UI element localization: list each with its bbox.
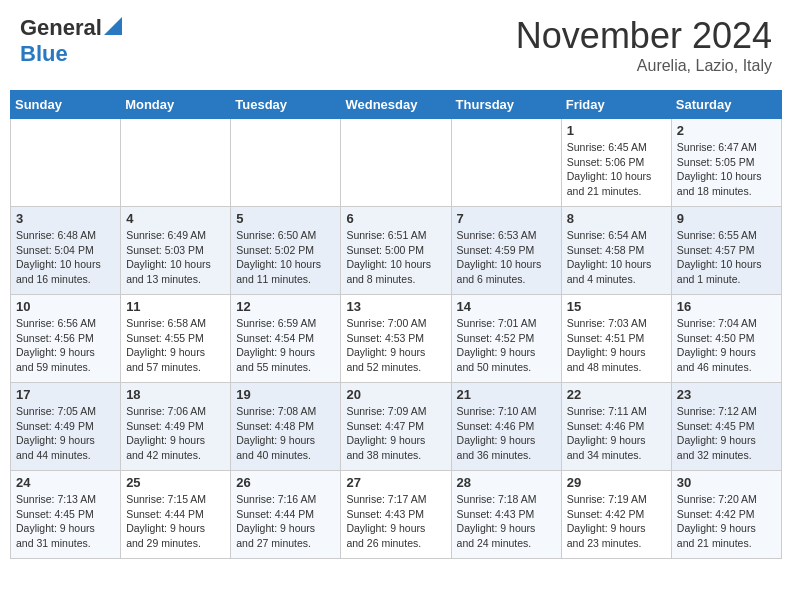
calendar-cell: 26Sunrise: 7:16 AM Sunset: 4:44 PM Dayli… bbox=[231, 471, 341, 559]
day-number: 25 bbox=[126, 475, 225, 490]
day-number: 13 bbox=[346, 299, 445, 314]
day-number: 2 bbox=[677, 123, 776, 138]
calendar-cell: 24Sunrise: 7:13 AM Sunset: 4:45 PM Dayli… bbox=[11, 471, 121, 559]
calendar-cell: 9Sunrise: 6:55 AM Sunset: 4:57 PM Daylig… bbox=[671, 207, 781, 295]
calendar-week-row: 3Sunrise: 6:48 AM Sunset: 5:04 PM Daylig… bbox=[11, 207, 782, 295]
weekday-header-sunday: Sunday bbox=[11, 91, 121, 119]
day-info: Sunrise: 7:06 AM Sunset: 4:49 PM Dayligh… bbox=[126, 404, 225, 463]
day-number: 28 bbox=[457, 475, 556, 490]
day-info: Sunrise: 7:08 AM Sunset: 4:48 PM Dayligh… bbox=[236, 404, 335, 463]
title-block: November 2024 Aurelia, Lazio, Italy bbox=[516, 15, 772, 75]
logo-blue-text: Blue bbox=[20, 41, 68, 66]
day-number: 26 bbox=[236, 475, 335, 490]
calendar-cell: 16Sunrise: 7:04 AM Sunset: 4:50 PM Dayli… bbox=[671, 295, 781, 383]
calendar-cell: 5Sunrise: 6:50 AM Sunset: 5:02 PM Daylig… bbox=[231, 207, 341, 295]
calendar-week-row: 24Sunrise: 7:13 AM Sunset: 4:45 PM Dayli… bbox=[11, 471, 782, 559]
day-info: Sunrise: 6:55 AM Sunset: 4:57 PM Dayligh… bbox=[677, 228, 776, 287]
day-number: 27 bbox=[346, 475, 445, 490]
weekday-header-thursday: Thursday bbox=[451, 91, 561, 119]
day-number: 10 bbox=[16, 299, 115, 314]
day-info: Sunrise: 6:54 AM Sunset: 4:58 PM Dayligh… bbox=[567, 228, 666, 287]
calendar-cell bbox=[451, 119, 561, 207]
calendar-cell: 3Sunrise: 6:48 AM Sunset: 5:04 PM Daylig… bbox=[11, 207, 121, 295]
calendar-cell: 20Sunrise: 7:09 AM Sunset: 4:47 PM Dayli… bbox=[341, 383, 451, 471]
calendar-cell: 28Sunrise: 7:18 AM Sunset: 4:43 PM Dayli… bbox=[451, 471, 561, 559]
logo: General Blue bbox=[20, 15, 122, 67]
day-info: Sunrise: 7:16 AM Sunset: 4:44 PM Dayligh… bbox=[236, 492, 335, 551]
day-info: Sunrise: 7:09 AM Sunset: 4:47 PM Dayligh… bbox=[346, 404, 445, 463]
calendar-week-row: 1Sunrise: 6:45 AM Sunset: 5:06 PM Daylig… bbox=[11, 119, 782, 207]
day-info: Sunrise: 6:45 AM Sunset: 5:06 PM Dayligh… bbox=[567, 140, 666, 199]
day-info: Sunrise: 7:05 AM Sunset: 4:49 PM Dayligh… bbox=[16, 404, 115, 463]
calendar-cell: 11Sunrise: 6:58 AM Sunset: 4:55 PM Dayli… bbox=[121, 295, 231, 383]
day-info: Sunrise: 6:48 AM Sunset: 5:04 PM Dayligh… bbox=[16, 228, 115, 287]
day-number: 6 bbox=[346, 211, 445, 226]
day-number: 15 bbox=[567, 299, 666, 314]
calendar-cell: 2Sunrise: 6:47 AM Sunset: 5:05 PM Daylig… bbox=[671, 119, 781, 207]
day-number: 29 bbox=[567, 475, 666, 490]
day-number: 24 bbox=[16, 475, 115, 490]
calendar-cell: 18Sunrise: 7:06 AM Sunset: 4:49 PM Dayli… bbox=[121, 383, 231, 471]
calendar-week-row: 17Sunrise: 7:05 AM Sunset: 4:49 PM Dayli… bbox=[11, 383, 782, 471]
weekday-header-friday: Friday bbox=[561, 91, 671, 119]
day-info: Sunrise: 7:17 AM Sunset: 4:43 PM Dayligh… bbox=[346, 492, 445, 551]
day-info: Sunrise: 7:18 AM Sunset: 4:43 PM Dayligh… bbox=[457, 492, 556, 551]
day-number: 3 bbox=[16, 211, 115, 226]
day-info: Sunrise: 6:47 AM Sunset: 5:05 PM Dayligh… bbox=[677, 140, 776, 199]
day-number: 12 bbox=[236, 299, 335, 314]
day-info: Sunrise: 7:19 AM Sunset: 4:42 PM Dayligh… bbox=[567, 492, 666, 551]
day-info: Sunrise: 7:04 AM Sunset: 4:50 PM Dayligh… bbox=[677, 316, 776, 375]
day-number: 19 bbox=[236, 387, 335, 402]
weekday-header-monday: Monday bbox=[121, 91, 231, 119]
svg-marker-0 bbox=[104, 17, 122, 35]
day-info: Sunrise: 6:53 AM Sunset: 4:59 PM Dayligh… bbox=[457, 228, 556, 287]
day-number: 21 bbox=[457, 387, 556, 402]
calendar-cell: 23Sunrise: 7:12 AM Sunset: 4:45 PM Dayli… bbox=[671, 383, 781, 471]
calendar-table: SundayMondayTuesdayWednesdayThursdayFrid… bbox=[10, 90, 782, 559]
calendar-cell: 22Sunrise: 7:11 AM Sunset: 4:46 PM Dayli… bbox=[561, 383, 671, 471]
calendar-cell bbox=[231, 119, 341, 207]
day-info: Sunrise: 7:13 AM Sunset: 4:45 PM Dayligh… bbox=[16, 492, 115, 551]
day-info: Sunrise: 7:20 AM Sunset: 4:42 PM Dayligh… bbox=[677, 492, 776, 551]
day-number: 4 bbox=[126, 211, 225, 226]
month-title: November 2024 bbox=[516, 15, 772, 57]
day-info: Sunrise: 7:10 AM Sunset: 4:46 PM Dayligh… bbox=[457, 404, 556, 463]
calendar-cell: 6Sunrise: 6:51 AM Sunset: 5:00 PM Daylig… bbox=[341, 207, 451, 295]
day-info: Sunrise: 7:15 AM Sunset: 4:44 PM Dayligh… bbox=[126, 492, 225, 551]
day-info: Sunrise: 6:56 AM Sunset: 4:56 PM Dayligh… bbox=[16, 316, 115, 375]
day-number: 16 bbox=[677, 299, 776, 314]
day-info: Sunrise: 6:50 AM Sunset: 5:02 PM Dayligh… bbox=[236, 228, 335, 287]
calendar-cell: 14Sunrise: 7:01 AM Sunset: 4:52 PM Dayli… bbox=[451, 295, 561, 383]
weekday-header-saturday: Saturday bbox=[671, 91, 781, 119]
day-info: Sunrise: 6:51 AM Sunset: 5:00 PM Dayligh… bbox=[346, 228, 445, 287]
calendar-cell: 27Sunrise: 7:17 AM Sunset: 4:43 PM Dayli… bbox=[341, 471, 451, 559]
day-number: 7 bbox=[457, 211, 556, 226]
day-number: 1 bbox=[567, 123, 666, 138]
logo-triangle-icon bbox=[104, 17, 122, 35]
day-info: Sunrise: 7:00 AM Sunset: 4:53 PM Dayligh… bbox=[346, 316, 445, 375]
calendar-cell bbox=[341, 119, 451, 207]
calendar-cell: 4Sunrise: 6:49 AM Sunset: 5:03 PM Daylig… bbox=[121, 207, 231, 295]
day-info: Sunrise: 7:11 AM Sunset: 4:46 PM Dayligh… bbox=[567, 404, 666, 463]
day-info: Sunrise: 6:59 AM Sunset: 4:54 PM Dayligh… bbox=[236, 316, 335, 375]
day-number: 5 bbox=[236, 211, 335, 226]
day-info: Sunrise: 6:49 AM Sunset: 5:03 PM Dayligh… bbox=[126, 228, 225, 287]
calendar-cell: 25Sunrise: 7:15 AM Sunset: 4:44 PM Dayli… bbox=[121, 471, 231, 559]
day-number: 11 bbox=[126, 299, 225, 314]
day-number: 9 bbox=[677, 211, 776, 226]
day-number: 30 bbox=[677, 475, 776, 490]
calendar-cell: 19Sunrise: 7:08 AM Sunset: 4:48 PM Dayli… bbox=[231, 383, 341, 471]
day-info: Sunrise: 7:03 AM Sunset: 4:51 PM Dayligh… bbox=[567, 316, 666, 375]
calendar-cell: 29Sunrise: 7:19 AM Sunset: 4:42 PM Dayli… bbox=[561, 471, 671, 559]
calendar-cell: 17Sunrise: 7:05 AM Sunset: 4:49 PM Dayli… bbox=[11, 383, 121, 471]
calendar-cell bbox=[121, 119, 231, 207]
calendar-cell: 13Sunrise: 7:00 AM Sunset: 4:53 PM Dayli… bbox=[341, 295, 451, 383]
weekday-header-row: SundayMondayTuesdayWednesdayThursdayFrid… bbox=[11, 91, 782, 119]
calendar-cell: 30Sunrise: 7:20 AM Sunset: 4:42 PM Dayli… bbox=[671, 471, 781, 559]
day-number: 17 bbox=[16, 387, 115, 402]
day-number: 8 bbox=[567, 211, 666, 226]
weekday-header-wednesday: Wednesday bbox=[341, 91, 451, 119]
day-info: Sunrise: 7:01 AM Sunset: 4:52 PM Dayligh… bbox=[457, 316, 556, 375]
calendar-cell: 8Sunrise: 6:54 AM Sunset: 4:58 PM Daylig… bbox=[561, 207, 671, 295]
calendar-cell: 15Sunrise: 7:03 AM Sunset: 4:51 PM Dayli… bbox=[561, 295, 671, 383]
